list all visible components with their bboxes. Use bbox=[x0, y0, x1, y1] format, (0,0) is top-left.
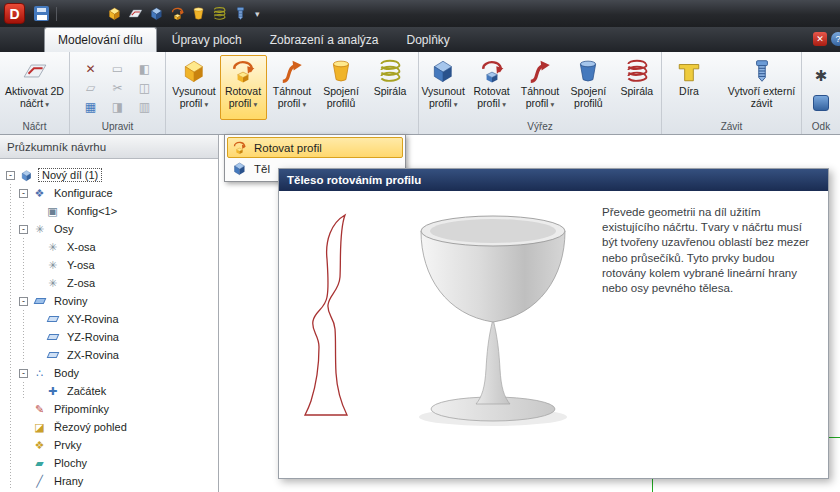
cut-sweep-button[interactable]: Táhnout profil bbox=[517, 55, 563, 120]
toolbar-separator bbox=[56, 7, 57, 21]
tree-item[interactable]: ZX-Rovina bbox=[0, 346, 218, 364]
tree-item-label: Konfig<1> bbox=[64, 205, 120, 217]
quick-access-icon-4[interactable] bbox=[167, 5, 188, 22]
tree-item-label: Prvky bbox=[51, 439, 85, 451]
design-explorer-panel: Průzkumník návrhu -Nový díl (1)-❖Konfigu… bbox=[0, 135, 219, 492]
tree-item-label: Řezový pohled bbox=[51, 421, 130, 433]
blue-tool-icon[interactable] bbox=[813, 95, 829, 111]
axis-icon: ✳ bbox=[45, 240, 60, 254]
tree-item-label: Připomínky bbox=[51, 403, 112, 415]
tree-item-label: Nový díl (1) bbox=[38, 168, 102, 182]
tree-expander[interactable]: - bbox=[19, 369, 28, 378]
app-logo[interactable]: D bbox=[4, 3, 25, 24]
quick-access-icon-3[interactable] bbox=[146, 5, 167, 22]
tree-item[interactable]: ✚Začátek bbox=[0, 382, 218, 400]
star-icon[interactable]: ✱ bbox=[815, 67, 828, 89]
tree-item[interactable]: YZ-Rovina bbox=[0, 328, 218, 346]
tree-item[interactable]: ✳X-osa bbox=[0, 238, 218, 256]
external-thread-button[interactable]: Vytvoří externí závit bbox=[726, 55, 798, 120]
ribbon-tab-bar: Modelování díluÚpravy plochZobrazení a a… bbox=[0, 27, 840, 52]
quick-access-icon-2[interactable] bbox=[125, 5, 146, 22]
activate-2d-sketch-button[interactable]: Aktivovat 2D náčrt bbox=[4, 55, 66, 120]
ribbon-group-cut: Vysunout profilRotovat profilTáhnout pro… bbox=[419, 52, 662, 134]
tree-item-label: Konfigurace bbox=[51, 187, 116, 199]
tree-item[interactable]: ✎Připomínky bbox=[0, 400, 218, 418]
tree-connector-line bbox=[4, 256, 17, 274]
ribbon-group-edit: ✕▭◧▱✂◫▦◨▥ Upravit bbox=[70, 52, 166, 134]
tree-connector-line bbox=[17, 238, 30, 256]
tree-connector-line bbox=[4, 382, 17, 400]
tree-connector-line bbox=[4, 436, 17, 454]
boss-sweep-button[interactable]: Táhnout profil bbox=[269, 55, 316, 120]
application-window: D Modelování díluÚpravy plochZobrazení a… bbox=[0, 0, 840, 492]
edit-tool-icon-1: ▭ bbox=[104, 59, 131, 78]
tree-connector-line bbox=[4, 418, 17, 436]
ribbon-group-sketch: Aktivovat 2D náčrt Náčrt bbox=[0, 52, 70, 134]
tree-item[interactable]: ✳Z-osa bbox=[0, 274, 218, 292]
quick-access-icon-7[interactable] bbox=[230, 5, 251, 22]
close-icon[interactable] bbox=[813, 32, 827, 46]
cut-spiral-button[interactable]: Spirála bbox=[614, 55, 660, 120]
boss-cube-button[interactable]: Vysunout profil bbox=[171, 55, 218, 120]
tree-expander[interactable]: - bbox=[19, 189, 28, 198]
spiral-icon bbox=[377, 58, 403, 84]
tree-item[interactable]: -∴Body bbox=[0, 364, 218, 382]
points-icon: ∴ bbox=[32, 366, 47, 380]
quick-access-icon-6[interactable] bbox=[209, 5, 230, 22]
edit-tool-icon-7: ◨ bbox=[104, 97, 131, 116]
tree-expander[interactable]: - bbox=[6, 171, 15, 180]
tab-2[interactable]: Zobrazení a analýza bbox=[257, 27, 392, 52]
tree-item[interactable]: ◪Řezový pohled bbox=[0, 418, 218, 436]
tree-item[interactable]: ▣Konfig<1> bbox=[0, 202, 218, 220]
group-label bbox=[166, 120, 418, 134]
axes-icon: ✳ bbox=[32, 222, 47, 236]
cut-cube-button[interactable]: Vysunout profil bbox=[420, 55, 466, 120]
menu-item-rotovat-profil[interactable]: Rotovat profil bbox=[227, 137, 403, 158]
tree-item[interactable]: -Nový díl (1) bbox=[0, 166, 218, 184]
tree-connector-line bbox=[17, 256, 30, 274]
solid-icon bbox=[232, 161, 248, 177]
tree-item-label: Z-osa bbox=[64, 277, 98, 289]
tooltip-title: Těleso rotováním profilu bbox=[279, 169, 828, 191]
edit-tool-icon-8: ▥ bbox=[131, 97, 158, 116]
tree-item[interactable]: ✳Y-osa bbox=[0, 256, 218, 274]
ribbon-tabs: Modelování díluÚpravy plochZobrazení a a… bbox=[44, 27, 840, 52]
tree-item[interactable]: ╱Hrany bbox=[0, 472, 218, 490]
features-icon: ❖ bbox=[32, 438, 47, 452]
loft-icon bbox=[575, 58, 601, 84]
help-icon[interactable] bbox=[831, 32, 840, 46]
cut-loft-button[interactable]: Spojení profilů bbox=[565, 55, 611, 120]
tree-item-label: Hrany bbox=[51, 475, 86, 487]
boss-loft-button[interactable]: Spojení profilů bbox=[318, 55, 365, 120]
chevron-down-icon[interactable] bbox=[255, 9, 260, 19]
axis-icon: ✳ bbox=[45, 276, 60, 290]
tree-item[interactable]: ❖Prvky bbox=[0, 436, 218, 454]
edit-tool-icon-0[interactable]: ✕ bbox=[77, 59, 104, 78]
quick-access-icon-1[interactable] bbox=[104, 5, 125, 22]
tree-item[interactable]: -❖Konfigurace bbox=[0, 184, 218, 202]
tree-connector-line bbox=[17, 328, 30, 346]
tree-item-label: YZ-Rovina bbox=[64, 331, 122, 343]
config-item-icon: ▣ bbox=[45, 204, 60, 218]
quick-access-icon-5[interactable] bbox=[188, 5, 209, 22]
tree-item[interactable]: -Roviny bbox=[0, 292, 218, 310]
tree-item[interactable]: -✳Osy bbox=[0, 220, 218, 238]
tree-expander[interactable]: - bbox=[19, 297, 28, 306]
tree-item[interactable]: ▰Plochy bbox=[0, 454, 218, 472]
save-icon[interactable] bbox=[34, 6, 49, 21]
sweep-icon bbox=[279, 58, 305, 84]
tree-connector-line bbox=[17, 310, 30, 328]
tab-1[interactable]: Úpravy ploch bbox=[159, 27, 255, 52]
edit-tools-grid: ✕▭◧▱✂◫▦◨▥ bbox=[77, 55, 158, 120]
tree-item-label: X-osa bbox=[64, 241, 99, 253]
tab-0[interactable]: Modelování dílu bbox=[44, 27, 157, 52]
cut-rotate-button[interactable]: Rotovat profil bbox=[468, 55, 514, 120]
tree-expander[interactable]: - bbox=[19, 225, 28, 234]
tree-item[interactable]: XY-Rovina bbox=[0, 310, 218, 328]
tree-connector-line bbox=[4, 184, 17, 202]
boss-rotate-button[interactable]: Rotovat profil bbox=[220, 55, 267, 120]
tab-3[interactable]: Doplňky bbox=[394, 27, 463, 52]
hole-button[interactable]: Díra bbox=[666, 55, 713, 120]
boss-spiral-button[interactable]: Spirála bbox=[367, 55, 414, 120]
tree-connector-line bbox=[4, 400, 17, 418]
